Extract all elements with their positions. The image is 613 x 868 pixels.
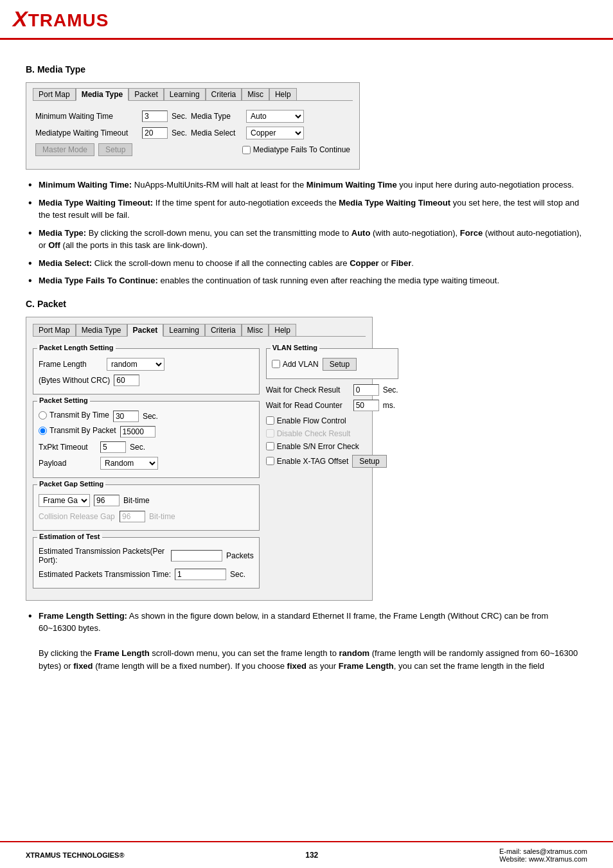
vlan-title: VLAN Setting: [271, 344, 319, 351]
media-type-label: Media Type: [191, 112, 242, 121]
logo: XTRAMUS: [13, 6, 109, 31]
est-time-input[interactable]: [175, 569, 226, 580]
wait-check-row: Wait for Check Result Sec.: [266, 384, 398, 396]
tab-c-misc[interactable]: Misc: [242, 324, 269, 336]
media-select-select[interactable]: Copper Fiber: [246, 127, 304, 139]
transmit-time-radio[interactable]: [39, 411, 47, 420]
media-type-panel: Port Map Media Type Packet Learning Crit…: [26, 82, 360, 170]
packet-setting-group: Packet Setting Transmit By Time Sec. Tra…: [33, 401, 260, 478]
estimation-title: Estimation of Test: [37, 533, 102, 540]
media-select-label: Media Select: [191, 128, 242, 137]
packet-gap-group: Packet Gap Setting Frame Gap Bit-time Co…: [33, 484, 260, 531]
collision-gap-label: Collision Release Gap: [39, 512, 116, 521]
mediatype-waiting-unit: Sec.: [172, 128, 187, 137]
wait-read-unit: ms.: [383, 401, 395, 410]
min-waiting-input[interactable]: [142, 111, 168, 122]
wait-section: Wait for Check Result Sec. Wait for Read…: [266, 384, 398, 411]
payload-select[interactable]: Random Fixed: [100, 457, 158, 470]
tab-port-map[interactable]: Port Map: [33, 88, 76, 100]
transmit-time-unit: Sec.: [143, 412, 158, 421]
est-transmission-input[interactable]: [171, 550, 222, 562]
setup-button-b: Setup: [98, 143, 132, 156]
bullets-c: Frame Length Setting: As shown in the fi…: [26, 610, 587, 673]
mediatype-fails-label: Mediatype Fails To Continue: [242, 145, 350, 154]
transmit-packet-radio-label: Transmit By Packet: [39, 426, 116, 435]
enable-flow-row: Enable Flow Control: [266, 416, 398, 425]
enable-flow-checkbox[interactable]: [266, 416, 274, 425]
enable-xtag-checkbox[interactable]: [266, 457, 274, 465]
mediatype-waiting-row: Mediatype Waiting Timeout Sec. Media Sel…: [35, 127, 350, 139]
media-type-select[interactable]: Auto Force Off: [246, 110, 304, 123]
tab-c-help[interactable]: Help: [269, 324, 296, 336]
bytes-crc-input[interactable]: [114, 375, 139, 386]
transmit-time-input[interactable]: [113, 411, 139, 422]
mediatype-waiting-label: Mediatype Waiting Timeout: [35, 128, 138, 137]
wait-read-input[interactable]: [353, 400, 379, 411]
frame-gap-input[interactable]: [94, 495, 120, 506]
est-time-row: Estimated Packets Transmission Time: Sec…: [39, 569, 254, 580]
tab-criteria[interactable]: Criteria: [206, 88, 242, 100]
txpkt-timeout-unit: Sec.: [130, 443, 145, 452]
transmit-packet-row: Transmit By Packet: [39, 426, 254, 438]
mediatype-fails-checkbox[interactable]: [242, 146, 251, 154]
disable-check-label: Disable Check Result: [266, 429, 351, 438]
add-vlan-checkbox[interactable]: [272, 360, 280, 368]
tab-bar-b: Port Map Media Type Packet Learning Crit…: [33, 88, 353, 101]
xtag-setup-button[interactable]: Setup: [352, 455, 386, 468]
transmit-packet-input[interactable]: [120, 426, 155, 438]
frame-length-select[interactable]: random fixed: [107, 358, 164, 371]
tab-c-criteria[interactable]: Criteria: [205, 324, 242, 336]
min-waiting-unit: Sec.: [172, 112, 187, 121]
checkboxes-section: Enable Flow Control Disable Check Result…: [266, 416, 398, 468]
txpkt-timeout-input[interactable]: [100, 441, 126, 453]
packet-setting-title: Packet Setting: [37, 396, 90, 404]
vlan-setup-button[interactable]: Setup: [323, 358, 357, 371]
enable-sn-row: Enable S/N Error Check: [266, 442, 398, 451]
footer: XTRAMUS TECHNOLOGIES® 132 E-mail: sales@…: [0, 841, 613, 868]
collision-gap-unit: Bit-time: [149, 512, 175, 521]
tab-help[interactable]: Help: [269, 88, 297, 100]
tab-packet[interactable]: Packet: [129, 88, 164, 100]
bullet-b-3: Media Type: By clicking the scroll-down …: [26, 227, 587, 252]
txpkt-timeout-row: TxPkt Timeout Sec.: [39, 441, 254, 453]
estimation-group: Estimation of Test Estimated Transmissio…: [33, 537, 260, 589]
footer-right: E-mail: sales@xtramus.com Website: www.X…: [499, 847, 587, 863]
tab-c-packet[interactable]: Packet: [127, 324, 164, 337]
transmit-packet-label: Transmit By Packet: [49, 426, 116, 435]
packet-panel: Port Map Media Type Packet Learning Crit…: [26, 317, 373, 601]
bullet-b-4: Media Select: Click the scroll-down menu…: [26, 257, 587, 270]
bytes-crc-label: (Bytes Without CRC): [39, 376, 110, 385]
mediatype-waiting-input[interactable]: [142, 127, 168, 139]
enable-sn-checkbox[interactable]: [266, 442, 274, 450]
est-transmission-unit: Packets: [226, 551, 254, 560]
logo-rest: TRAMUS: [28, 10, 109, 30]
bullets-b: Minimum Waiting Time: NuApps-MultiUnits-…: [26, 179, 587, 287]
frame-gap-select[interactable]: Frame Gap: [39, 494, 90, 507]
tab-media-type[interactable]: Media Type: [76, 88, 129, 101]
tab-c-media-type[interactable]: Media Type: [76, 324, 127, 336]
enable-flow-label: Enable Flow Control: [266, 416, 346, 425]
frame-gap-unit: Bit-time: [123, 496, 150, 505]
tab-bar-c: Port Map Media Type Packet Learning Crit…: [33, 324, 366, 337]
enable-sn-label: Enable S/N Error Check: [266, 442, 359, 451]
packet-length-title: Packet Length Setting: [37, 344, 116, 351]
tab-c-port-map[interactable]: Port Map: [33, 324, 76, 336]
header: XTRAMUS: [0, 0, 613, 40]
footer-page-number: 132: [305, 851, 318, 860]
tab-misc[interactable]: Misc: [242, 88, 269, 100]
tab-c-learning[interactable]: Learning: [163, 324, 205, 336]
enable-xtag-row: Enable X-TAG Offset Setup: [266, 455, 398, 468]
wait-check-input[interactable]: [353, 384, 379, 396]
payload-row: Payload Random Fixed: [39, 457, 254, 470]
est-transmission-label: Estimated Transmission Packets(Per Port)…: [39, 547, 167, 565]
frame-length-row: Frame Length random fixed: [39, 358, 254, 371]
transmit-packet-radio[interactable]: [39, 427, 47, 435]
main-content: B. Media Type Port Map Media Type Packet…: [0, 40, 613, 690]
transmit-time-radio-label: Transmit By Time: [39, 411, 109, 420]
packet-gap-title: Packet Gap Setting: [37, 480, 105, 488]
tab-learning[interactable]: Learning: [164, 88, 206, 100]
footer-email: E-mail: sales@xtramus.com: [499, 847, 587, 855]
enable-xtag-label: Enable X-TAG Offset: [266, 457, 349, 466]
wait-read-label: Wait for Read Counter: [266, 401, 350, 410]
frame-length-label: Frame Length: [39, 360, 103, 369]
